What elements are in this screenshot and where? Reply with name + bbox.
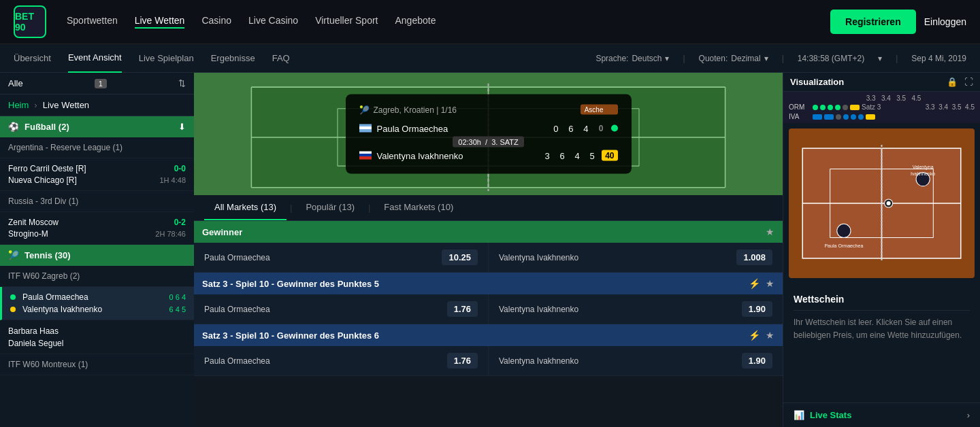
- tab-sep2: |: [365, 203, 374, 213]
- register-button[interactable]: Registrieren: [830, 10, 916, 34]
- odds-value-p5-1[interactable]: 1.76: [447, 301, 478, 317]
- subnav-faq[interactable]: FAQ: [272, 44, 290, 73]
- breadcrumb-arrow: ›: [34, 100, 37, 110]
- market-section-gewinner: Gewinner ★ Paula Ormaechea 10.25 Valenty…: [194, 221, 783, 273]
- odds-team-p6-2: Valentyna Ivakhnenko: [499, 356, 578, 366]
- language-value: Deutsch: [632, 54, 662, 63]
- tab-fast-markets[interactable]: Fast Markets (10): [374, 195, 463, 220]
- player1-serve: [611, 125, 618, 132]
- viz-scores-header: 3.3 3.4 3.5 4.5: [813, 95, 975, 102]
- viz-header-row: 3.3 3.4 3.5 4.5: [789, 95, 975, 102]
- market-title-gewinner: Gewinner: [202, 227, 242, 237]
- star-icon-punkt6[interactable]: ★: [766, 330, 774, 341]
- right-panel: Visualization 🔒 ⛶ 3.3 3.4 3.5 4.5 ORM: [783, 73, 980, 427]
- tab-sep1: |: [287, 203, 295, 213]
- surface-label: Asche: [585, 106, 604, 114]
- player2-game: 40: [602, 150, 617, 161]
- match-ormaechea-score1: 0 6 4: [169, 293, 186, 301]
- market-header-gewinner[interactable]: Gewinner ★: [194, 221, 783, 243]
- tennis-court-viz: Paula Ormaechea Valentyna Ivakhnenko: [789, 129, 975, 278]
- match-time-badge: 02:30h / 3. SATZ: [453, 137, 523, 148]
- match-zenit-teams: Zenit Moscow 0-2: [8, 218, 186, 227]
- market-title-punkt5: Satz 3 - Spiel 10 - Gewinner des Punktes…: [202, 279, 379, 289]
- league-itf-zagreb[interactable]: ITF W60 Zagreb (2): [0, 266, 194, 287]
- lightning-icon-1[interactable]: ⚡: [749, 278, 760, 289]
- match-zenit[interactable]: Zenit Moscow 0-2 Strogino-M 2H 78:46: [0, 212, 194, 245]
- svg-text:Ivakhnenko: Ivakhnenko: [911, 171, 935, 176]
- match-zenit-team2: Strogino-M: [8, 229, 48, 239]
- viz-dot-2: [820, 105, 826, 110]
- viz-iva-rect-3: [866, 114, 875, 120]
- logo: BET 90: [14, 5, 46, 38]
- category-football[interactable]: ⚽ Fußball (2) ⬇: [0, 116, 194, 137]
- nav-live-wetten[interactable]: Live Wetten: [135, 15, 185, 29]
- match-ormaechea[interactable]: Paula Ormaechea 0 6 4 Valentyna Ivakhnen…: [0, 287, 194, 320]
- odds-selector[interactable]: Quoten: Dezimal ▾: [699, 54, 768, 63]
- market-header-punkt6[interactable]: Satz 3 - Spiel 10 - Gewinner des Punktes…: [194, 324, 783, 346]
- odds-team-p5-1: Paula Ormaechea: [204, 305, 270, 314]
- category-tennis[interactable]: 🎾 Tennis (30): [0, 245, 194, 266]
- svg-point-29: [887, 201, 891, 205]
- match-ferro[interactable]: Ferro Carril Oeste [R] 0-0 Nueva Chicago…: [0, 158, 194, 191]
- nav-sportwetten[interactable]: Sportwetten: [67, 15, 118, 29]
- match-ormaechea-score2: 6 4 5: [169, 305, 186, 313]
- league-itf-montreux-label: ITF W60 Montreux (1): [8, 360, 88, 369]
- subnav-ubersicht[interactable]: Übersicht: [14, 44, 51, 73]
- tennis-label: Tennis (30): [24, 250, 186, 260]
- viz-header: Visualization 🔒 ⛶: [783, 73, 980, 92]
- sidebar-all-label: Alle: [8, 78, 23, 88]
- match-haas[interactable]: Barbara Haas Daniela Seguel: [0, 320, 194, 354]
- match-ferro-team1: Ferro Carril Oeste [R]: [8, 164, 86, 173]
- market-section-punkt5: Satz 3 - Spiel 10 - Gewinner des Punktes…: [194, 273, 783, 324]
- league-argentina[interactable]: Argentina - Reserve League (1): [0, 137, 194, 158]
- odds-value-p6-2[interactable]: 1.90: [742, 353, 772, 369]
- lightning-icon-2[interactable]: ⚡: [749, 330, 760, 341]
- star-icon-gewinner[interactable]: ★: [766, 226, 774, 237]
- player1-sets: 0 6 4 0: [551, 123, 618, 134]
- live-stats-button[interactable]: 📊 Live Stats ›: [783, 403, 980, 427]
- markets-tabs: All Markets (13) | Populär (13) | Fast M…: [194, 195, 783, 221]
- tab-all-markets[interactable]: All Markets (13): [204, 195, 287, 220]
- odds-value-p6-1[interactable]: 1.76: [447, 353, 478, 369]
- lock-icon[interactable]: 🔒: [947, 77, 958, 87]
- odds-row-punkt6: Paula Ormaechea 1.76 Valentyna Ivakhnenk…: [194, 346, 783, 376]
- odds-team-p2: Valentyna Ivakhnenko: [499, 253, 578, 262]
- login-button[interactable]: Einloggen: [924, 16, 966, 27]
- odds-value-p1[interactable]: 10.25: [442, 250, 478, 265]
- subnav-ergebnisse[interactable]: Ergebnisse: [211, 44, 255, 73]
- svg-text:Paula Ormaechea: Paula Ormaechea: [824, 243, 863, 248]
- top-nav: BET 90 Sportwetten Live Wetten Casino Li…: [0, 0, 980, 44]
- set-label: 3. SATZ: [491, 138, 519, 146]
- center-content: 🎾 Zagreb, Kroatien | 1/16 Asche Paula Or…: [194, 73, 783, 427]
- match-time: 02:30h: [458, 138, 481, 146]
- nav-casino[interactable]: Casino: [201, 15, 231, 29]
- sub-nav-right: Sprache: Deutsch ▾ | Quoten: Dezimal ▾ |…: [595, 54, 966, 63]
- nav-virtueller-sport[interactable]: Virtueller Sport: [315, 15, 378, 29]
- language-label: Sprache:: [595, 54, 628, 63]
- league-russia[interactable]: Russia - 3rd Div (1): [0, 191, 194, 212]
- date-display: Sep 4 Mi, 2019: [911, 54, 966, 63]
- match-status-row: 02:30h / 3. SATZ: [359, 137, 618, 148]
- subnav-event-ansicht[interactable]: Event Ansicht: [68, 44, 122, 73]
- tennis-court-inner: Paula Ormaechea Valentyna Ivakhnenko: [789, 129, 975, 278]
- odds-label: Quoten:: [699, 54, 728, 63]
- logo-text: BET 90: [15, 11, 45, 33]
- market-title-punkt6: Satz 3 - Spiel 10 - Gewinner des Punktes…: [202, 330, 379, 341]
- sidebar-sort-icon[interactable]: ⇅: [178, 78, 186, 88]
- breadcrumb-current: Live Wetten: [43, 100, 89, 110]
- nav-live-casino[interactable]: Live Casino: [248, 15, 298, 29]
- player2-row: Valentyna Ivakhnenko 3 6 4 5 40: [359, 150, 618, 161]
- subnav-live-spielplan[interactable]: Live Spielplan: [139, 44, 194, 73]
- star-icon-punkt5[interactable]: ★: [766, 278, 774, 289]
- tab-popular[interactable]: Populär (13): [295, 195, 365, 220]
- odds-value-p5-2[interactable]: 1.90: [742, 301, 772, 317]
- expand-icon[interactable]: ⛶: [964, 77, 973, 87]
- breadcrumb-home[interactable]: Heim: [8, 100, 29, 110]
- match-score-overlay: 🎾 Zagreb, Kroatien | 1/16 Asche Paula Or…: [346, 95, 632, 174]
- league-itf-montreux[interactable]: ITF W60 Montreux (1): [0, 354, 194, 375]
- odds-value-p2[interactable]: 1.008: [736, 250, 772, 265]
- market-header-punkt5[interactable]: Satz 3 - Spiel 10 - Gewinner des Punktes…: [194, 273, 783, 294]
- time-display: 14:38:58 (GMT+2): [798, 54, 864, 63]
- language-selector[interactable]: Sprache: Deutsch ▾: [595, 54, 669, 63]
- nav-angebote[interactable]: Angebote: [395, 15, 436, 29]
